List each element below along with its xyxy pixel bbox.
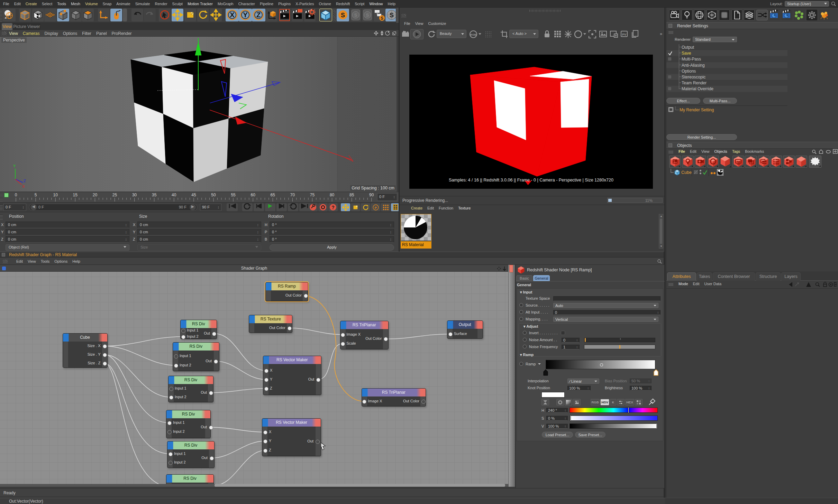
svg-text:Samples: 4 / 16 || Redsh: Samples: 4 / 16 || Redshift 3.0.06 || Fr… — [449, 178, 613, 183]
svg-text:Y: Y — [243, 11, 248, 19]
svg-text:S: S — [381, 16, 383, 21]
svg-text:Y: Y — [13, 164, 16, 168]
svg-text:X: X — [22, 184, 25, 188]
svg-text:Z: Z — [256, 11, 261, 19]
svg-text:S: S — [390, 12, 394, 19]
svg-text:?: ? — [331, 205, 335, 210]
svg-text:S: S — [354, 12, 357, 18]
svg-text:PV: PV — [622, 33, 626, 36]
svg-text:RV: RV — [737, 160, 740, 163]
svg-text:P: P — [374, 206, 376, 209]
svg-text:AOV: AOV — [762, 161, 766, 164]
svg-text:S: S — [341, 12, 345, 19]
svg-text:RGB: RGB — [470, 33, 476, 36]
svg-text:X: X — [230, 11, 235, 19]
svg-text:S: S — [366, 12, 369, 18]
svg-text:Z: Z — [24, 179, 26, 183]
